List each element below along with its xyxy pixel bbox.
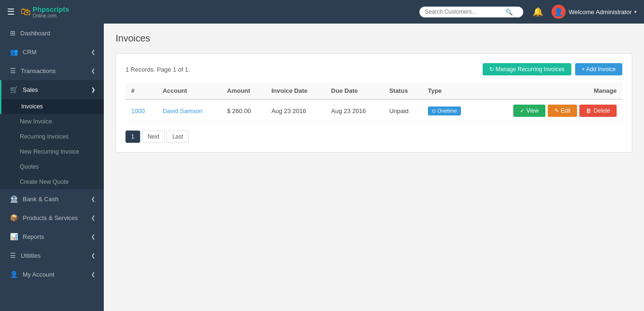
- status-cell: Unpaid: [384, 99, 422, 122]
- sidebar-item-create-new-quote[interactable]: Create New Quote: [0, 174, 104, 189]
- chevron-right-icon: ❮: [91, 68, 95, 74]
- amount-cell: $ 260.00: [221, 99, 266, 122]
- chevron-down-icon: ❯: [91, 87, 95, 93]
- sidebar-item-label: CRM: [23, 49, 37, 56]
- sidebar-item-label: Products & Services: [23, 214, 78, 221]
- account-cell: David Samson: [157, 99, 222, 122]
- invoices-card: 1 Records. Page 1 of 1. ↻ Manage Recurri…: [116, 53, 632, 153]
- sidebar-item-label: Dashboard: [20, 30, 50, 37]
- sidebar-item-new-invoice[interactable]: New Invoice: [0, 114, 104, 129]
- chevron-right-icon: ❮: [91, 253, 95, 259]
- crm-icon: 👥: [10, 48, 18, 56]
- chevron-right-icon: ❮: [91, 196, 95, 202]
- view-icon: ✓: [520, 107, 525, 114]
- sidebar-item-label: My Account: [23, 271, 54, 278]
- onetime-icon: ⊙: [432, 108, 436, 114]
- manage-recurring-invoices-button[interactable]: ↻ Manage Recurring Invoices: [483, 63, 571, 75]
- pagination: 1 Next Last: [125, 131, 622, 143]
- col-header-type: Type: [422, 82, 478, 99]
- account-name-link[interactable]: David Samson: [163, 107, 203, 115]
- card-header: 1 Records. Page 1 of 1. ↻ Manage Recurri…: [125, 63, 622, 75]
- search-input[interactable]: [425, 8, 505, 15]
- sales-icon: 🛒: [10, 86, 18, 93]
- col-header-manage: Manage: [478, 82, 622, 99]
- manage-buttons: ✓ View ✎ Edit 🗑 Delete: [484, 105, 617, 117]
- sidebar-item-label: Utilities: [21, 252, 41, 259]
- sidebar-item-dashboard[interactable]: ⊞ Dashboard: [0, 24, 104, 42]
- edit-icon: ✎: [554, 107, 559, 114]
- sidebar-item-label: Reports: [23, 233, 44, 240]
- col-header-due-date: Due Date: [326, 82, 384, 99]
- sidebar-item-sales[interactable]: 🛒 Sales ❯: [0, 80, 104, 99]
- sidebar-item-new-recurring-invoice[interactable]: New Recurring Invoice: [0, 144, 104, 159]
- view-invoice-button[interactable]: ✓ View: [513, 105, 545, 117]
- table-header-row: # Account Amount Invoice Date Due Date S…: [125, 82, 622, 99]
- invoices-table: # Account Amount Invoice Date Due Date S…: [125, 82, 622, 122]
- sidebar-item-utilities[interactable]: ☰ Utilities ❮: [0, 246, 104, 265]
- page-last-button[interactable]: Last: [167, 131, 189, 143]
- utilities-icon: ☰: [10, 252, 16, 259]
- sales-submenu: Invoices New Invoice Recurring Invoices …: [0, 99, 104, 189]
- main-content: Invoices 1 Records. Page 1 of 1. ↻ Manag…: [104, 24, 644, 311]
- col-header-account: Account: [157, 82, 222, 99]
- sidebar-item-label: Transactions: [21, 67, 56, 74]
- user-label: Welcome Administrator: [569, 8, 632, 16]
- records-info: 1 Records. Page 1 of 1.: [125, 66, 190, 73]
- invoice-id-link[interactable]: 1000: [131, 107, 145, 115]
- account-icon: 👤: [10, 270, 18, 278]
- top-navigation: ☰ 🛍 Phpscripts Online.com 🔍 🔔 👤 Welcome …: [0, 0, 644, 24]
- bank-icon: 🏦: [10, 195, 18, 203]
- type-badge: ⊙ Onetime: [428, 106, 461, 115]
- edit-invoice-button[interactable]: ✎ Edit: [548, 105, 577, 117]
- user-dropdown-arrow-icon: ▾: [634, 9, 637, 15]
- col-header-amount: Amount: [221, 82, 266, 99]
- table-row: 1000 David Samson $ 260.00 Aug 23 2016 A…: [125, 99, 622, 122]
- page-1-button[interactable]: 1: [125, 131, 140, 143]
- page-next-button[interactable]: Next: [142, 131, 165, 143]
- due-date-cell: Aug 23 2016: [326, 99, 384, 122]
- sidebar-item-bank-cash[interactable]: 🏦 Bank & Cash ❮: [0, 189, 104, 208]
- search-icon: 🔍: [505, 8, 513, 16]
- sidebar-item-quotes[interactable]: Quotes: [0, 159, 104, 174]
- delete-icon: 🗑: [586, 107, 592, 114]
- chevron-right-icon: ❮: [91, 215, 95, 221]
- sidebar-item-label: Bank & Cash: [23, 196, 59, 203]
- app-logo: 🛍 Phpscripts Online.com: [20, 5, 69, 18]
- chevron-right-icon: ❮: [91, 49, 95, 55]
- sidebar-item-products-services[interactable]: 📦 Products & Services ❮: [0, 208, 104, 227]
- sidebar-item-invoices[interactable]: Invoices: [0, 99, 104, 114]
- hamburger-menu-button[interactable]: ☰: [7, 7, 15, 17]
- logo-subtext: Online.com: [33, 13, 69, 18]
- invoice-date-cell: Aug 23 2016: [266, 99, 326, 122]
- sidebar-item-transactions[interactable]: ☰ Transactions ❮: [0, 61, 104, 80]
- chevron-right-icon: ❮: [91, 234, 95, 240]
- chevron-right-icon: ❮: [91, 271, 95, 278]
- notifications-bell-icon[interactable]: 🔔: [533, 7, 543, 17]
- dashboard-icon: ⊞: [10, 29, 16, 37]
- reports-icon: 📊: [10, 233, 18, 240]
- logo-text: Phpscripts: [33, 5, 69, 13]
- transactions-icon: ☰: [10, 67, 16, 74]
- sidebar-item-label: Sales: [23, 86, 38, 93]
- sidebar-item-crm[interactable]: 👥 CRM ❮: [0, 42, 104, 61]
- invoice-id-cell: 1000: [125, 99, 157, 122]
- sidebar-item-my-account[interactable]: 👤 My Account ❮: [0, 265, 104, 284]
- page-title: Invoices: [116, 33, 632, 44]
- top-action-buttons: ↻ Manage Recurring Invoices + Add Invoic…: [483, 63, 622, 75]
- logo-bag-icon: 🛍: [20, 6, 31, 18]
- col-header-number: #: [125, 82, 157, 99]
- manage-cell: ✓ View ✎ Edit 🗑 Delete: [478, 99, 622, 122]
- add-invoice-button[interactable]: + Add Invoice: [575, 63, 622, 75]
- sidebar-item-recurring-invoices[interactable]: Recurring Invoices: [0, 129, 104, 144]
- search-bar[interactable]: 🔍: [419, 7, 523, 17]
- refresh-icon: ↻: [489, 66, 494, 73]
- col-header-status: Status: [384, 82, 422, 99]
- type-cell: ⊙ Onetime: [422, 99, 478, 122]
- avatar: 👤: [552, 5, 566, 19]
- col-header-invoice-date: Invoice Date: [266, 82, 326, 99]
- delete-invoice-button[interactable]: 🗑 Delete: [579, 105, 617, 117]
- products-icon: 📦: [10, 214, 18, 221]
- user-menu-button[interactable]: 👤 Welcome Administrator ▾: [552, 5, 637, 19]
- sidebar: ⊞ Dashboard 👥 CRM ❮ ☰ Transactions ❮ 🛒 S…: [0, 24, 104, 311]
- sidebar-item-reports[interactable]: 📊 Reports ❮: [0, 227, 104, 246]
